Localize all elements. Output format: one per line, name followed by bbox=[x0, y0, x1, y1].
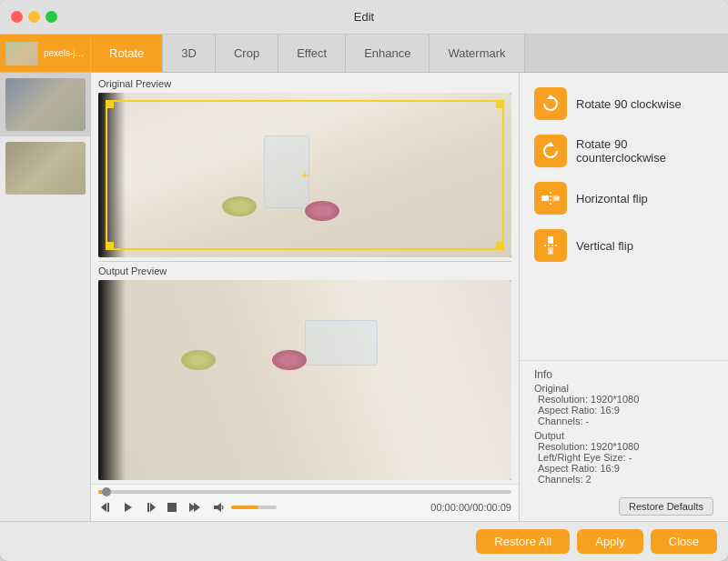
apply-button[interactable]: Apply bbox=[577, 529, 643, 554]
svg-rect-5 bbox=[167, 503, 177, 512]
skip-forward-button[interactable] bbox=[142, 499, 158, 516]
tab-bar: pexels-jill-... Rotate 3D Crop Effect En… bbox=[0, 35, 728, 73]
volume-bar[interactable] bbox=[231, 506, 277, 509]
image-glass bbox=[264, 135, 309, 208]
restore-defaults-button[interactable]: Restore Defaults bbox=[619, 497, 713, 516]
rotate-ccw-label: Rotate 90 counterclockwise bbox=[576, 137, 713, 165]
image-macaron-pink bbox=[305, 201, 339, 221]
file-list-header: pexels-jill-... bbox=[0, 35, 91, 72]
svg-rect-1 bbox=[107, 503, 109, 512]
rotate-cw-icon bbox=[534, 87, 567, 120]
file-name-1: pexels-jill-... bbox=[44, 48, 85, 58]
stop-button[interactable] bbox=[164, 499, 180, 516]
tab-enhance[interactable]: Enhance bbox=[346, 35, 430, 72]
sidebar-file-item-2[interactable] bbox=[0, 136, 90, 200]
info-title: Info bbox=[534, 368, 713, 381]
flip-v-label: Vertical flip bbox=[576, 239, 633, 253]
main-window: Edit pexels-jill-... Rotate 3D Crop Ef bbox=[0, 0, 728, 561]
svg-marker-2 bbox=[125, 503, 132, 512]
window-controls bbox=[11, 11, 57, 23]
info-output-channels: Channels: 2 bbox=[534, 474, 713, 485]
next-button[interactable] bbox=[186, 499, 202, 516]
progress-thumb bbox=[102, 487, 111, 496]
tab-3d[interactable]: 3D bbox=[163, 35, 216, 72]
video-controls: 00:00:00/00:00:09 bbox=[91, 484, 519, 521]
original-preview-label: Original Preview bbox=[98, 78, 511, 89]
preview-area: Original Preview bbox=[91, 73, 519, 521]
svg-rect-4 bbox=[147, 503, 149, 512]
rotate-cw-option[interactable]: Rotate 90 clockwise bbox=[534, 84, 713, 124]
close-button[interactable]: Close bbox=[651, 529, 717, 554]
rotate-ccw-option[interactable]: Rotate 90 counterclockwise bbox=[534, 131, 713, 171]
info-output-eye-size: Left/Right Eye Size: - bbox=[534, 452, 713, 463]
sidebar-file-item-1[interactable] bbox=[0, 73, 90, 136]
file-item-1[interactable]: pexels-jill-... bbox=[0, 35, 90, 72]
progress-bar[interactable] bbox=[98, 490, 511, 494]
original-preview-section: Original Preview bbox=[91, 73, 519, 261]
volume-fill bbox=[231, 506, 258, 509]
svg-marker-8 bbox=[214, 503, 221, 512]
info-original-label: Original bbox=[534, 383, 713, 394]
output-shadow-left bbox=[98, 280, 126, 480]
tab-rotate[interactable]: Rotate bbox=[91, 35, 163, 72]
info-original-channels: Channels: - bbox=[534, 416, 713, 426]
sidebar-thumb-2 bbox=[5, 142, 86, 195]
tabs-area: Rotate 3D Crop Effect Enhance Watermark bbox=[91, 35, 728, 72]
volume-icon[interactable] bbox=[211, 499, 228, 516]
shadow-left bbox=[98, 93, 126, 257]
controls-row: 00:00:00/00:00:09 bbox=[98, 499, 511, 516]
original-preview-image: + bbox=[98, 93, 511, 257]
close-window-button[interactable] bbox=[11, 11, 23, 23]
minimize-window-button[interactable] bbox=[28, 11, 40, 23]
skip-back-button[interactable] bbox=[98, 499, 115, 516]
flip-h-option[interactable]: Horizontal flip bbox=[534, 178, 713, 218]
volume-area bbox=[211, 499, 277, 516]
output-image-glass bbox=[305, 320, 378, 366]
window-title: Edit bbox=[354, 10, 374, 24]
output-preview-section: Output Preview bbox=[91, 262, 519, 484]
restore-defaults-area: Restore Defaults bbox=[520, 492, 728, 521]
bottom-bar: Restore All Apply Close bbox=[0, 521, 728, 561]
output-image-background bbox=[98, 280, 511, 480]
main-content: Original Preview bbox=[0, 73, 728, 521]
tab-watermark[interactable]: Watermark bbox=[430, 35, 524, 72]
info-original-resolution: Resolution: 1920*1080 bbox=[534, 394, 713, 405]
output-preview-label: Output Preview bbox=[98, 265, 511, 276]
output-preview-box bbox=[98, 280, 511, 480]
maximize-window-button[interactable] bbox=[46, 11, 57, 23]
tab-crop[interactable]: Crop bbox=[216, 35, 278, 72]
info-section: Info Original Resolution: 1920*1080 Aspe… bbox=[520, 360, 728, 492]
svg-marker-0 bbox=[101, 503, 106, 512]
play-button[interactable] bbox=[120, 499, 136, 516]
original-preview-box: + bbox=[98, 93, 511, 257]
file-sidebar bbox=[0, 73, 91, 521]
rotate-ccw-icon bbox=[534, 135, 567, 167]
info-output-label: Output bbox=[534, 430, 713, 441]
sidebar-thumb-1 bbox=[5, 78, 86, 131]
output-macaron-green bbox=[181, 350, 216, 370]
rotate-options: Rotate 90 clockwise Rotate 90 counterclo… bbox=[520, 73, 728, 360]
rotate-cw-label: Rotate 90 clockwise bbox=[576, 97, 682, 111]
right-panel: Rotate 90 clockwise Rotate 90 counterclo… bbox=[519, 73, 728, 521]
info-output-aspect: Aspect Ratio: 16:9 bbox=[534, 463, 713, 474]
svg-marker-3 bbox=[150, 503, 156, 512]
file-thumb-1 bbox=[5, 42, 38, 65]
restore-all-button[interactable]: Restore All bbox=[476, 529, 570, 554]
flip-h-label: Horizontal flip bbox=[576, 192, 648, 205]
flip-h-icon bbox=[534, 182, 567, 215]
tab-effect[interactable]: Effect bbox=[278, 35, 346, 72]
info-original-aspect: Aspect Ratio: 16:9 bbox=[534, 405, 713, 416]
flip-v-icon bbox=[534, 229, 567, 262]
time-display: 00:00:00/00:00:09 bbox=[430, 502, 511, 513]
info-output-resolution: Resolution: 1920*1080 bbox=[534, 441, 713, 452]
image-macaron-green bbox=[222, 196, 257, 216]
output-macaron-pink bbox=[272, 350, 307, 370]
svg-marker-7 bbox=[194, 503, 200, 512]
title-bar: Edit bbox=[0, 0, 728, 35]
flip-v-option[interactable]: Vertical flip bbox=[534, 225, 713, 265]
